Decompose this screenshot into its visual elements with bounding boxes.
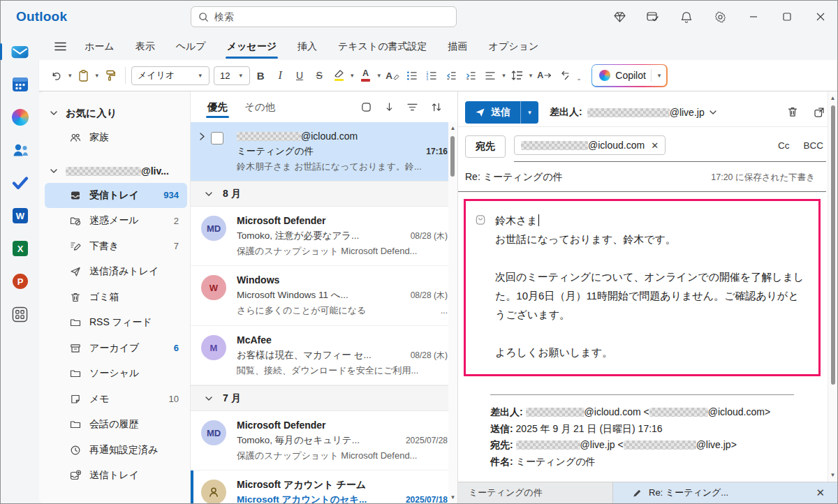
tab-view[interactable]: 表示 <box>125 34 166 59</box>
undo-button[interactable] <box>47 65 66 86</box>
rail-people-icon[interactable] <box>10 141 31 159</box>
clear-formatting-button[interactable]: A <box>383 65 402 86</box>
scroll-up-icon[interactable]: ▲ <box>448 125 457 131</box>
font-name-select[interactable]: メイリオ▾ <box>131 66 210 85</box>
scroll-down-icon[interactable]: ▼ <box>448 494 457 501</box>
scrollbar-thumb[interactable] <box>450 136 455 177</box>
highlight-button[interactable] <box>330 65 348 86</box>
remove-recipient-icon[interactable]: ✕ <box>651 140 659 151</box>
decrease-indent-button[interactable] <box>442 65 460 86</box>
favorites-header[interactable]: お気に入り <box>45 101 187 125</box>
send-dropdown-icon[interactable]: ▾ <box>520 101 538 124</box>
more-toolbar-options-icon[interactable]: ⌄ <box>575 75 583 82</box>
bullet-list-button[interactable] <box>403 65 421 86</box>
draft-tab-original[interactable]: ミーティングの件 <box>458 482 613 503</box>
increase-indent-button[interactable] <box>462 65 480 86</box>
sidebar-item-inbox[interactable]: 受信トレイ 934 <box>45 183 187 209</box>
sidebar-item-social[interactable]: ソーシャル <box>45 361 187 387</box>
paste-button[interactable] <box>75 65 93 86</box>
rail-powerpoint-icon[interactable]: P <box>10 272 31 290</box>
close-draft-tab-icon[interactable]: ✕ <box>816 487 825 499</box>
sidebar-item-drafts[interactable]: 下書き 7 <box>45 234 187 260</box>
strikethrough-button[interactable]: S <box>310 65 328 86</box>
tab-insert[interactable]: 挿入 <box>287 34 328 59</box>
hamburger-menu-icon[interactable] <box>46 36 74 57</box>
copilot-dropdown-icon[interactable]: ▾ <box>656 72 663 79</box>
maximize-button[interactable] <box>770 3 804 31</box>
left-to-right-button[interactable] <box>555 65 573 86</box>
sidebar-item-trash[interactable]: ゴミ箱 <box>45 285 187 311</box>
sidebar-item-rss[interactable]: RSS フィード <box>45 310 187 336</box>
expand-chevron-icon[interactable] <box>200 131 205 174</box>
minimize-button[interactable] <box>737 3 770 31</box>
rail-mail-icon[interactable] <box>10 43 31 61</box>
bold-button[interactable]: B <box>251 65 270 86</box>
cc-button[interactable]: Cc <box>778 140 790 151</box>
notifications-icon[interactable] <box>670 3 703 31</box>
settings-icon[interactable] <box>703 3 737 31</box>
move-down-icon[interactable] <box>385 102 394 112</box>
sidebar-item-sent[interactable]: 送信済みトレイ <box>45 259 187 285</box>
premium-icon[interactable] <box>603 3 636 31</box>
account-header[interactable]: @liv... <box>45 159 187 183</box>
mail-item[interactable]: M McAfee お客様は現在、マカフィー セ...08/28 (木) 閲覧、接… <box>191 326 457 385</box>
message-body-editor[interactable]: 鈴木さま お世話になっております、鈴木です。 次回のミーティングについて、オンラ… <box>464 199 821 376</box>
italic-button[interactable]: I <box>271 65 289 86</box>
numbered-list-button[interactable]: 123 <box>422 65 441 86</box>
paste-dropdown-icon[interactable]: ▾ <box>94 72 101 79</box>
scroll-down-icon[interactable]: ▼ <box>828 472 837 478</box>
scrollbar-thumb[interactable] <box>831 105 835 385</box>
tab-focused[interactable]: 優先 <box>206 94 229 121</box>
scroll-up-icon[interactable]: ▲ <box>828 95 837 101</box>
filter-icon[interactable] <box>407 103 418 112</box>
recipient-pill[interactable]: @icloud.com ✕ <box>514 135 666 155</box>
sort-icon[interactable] <box>431 102 442 112</box>
tab-home[interactable]: ホーム <box>74 34 125 59</box>
to-button[interactable]: 宛先 <box>465 135 506 158</box>
highlight-dropdown-icon[interactable]: ▾ <box>349 72 355 79</box>
sidebar-item-family[interactable]: 家族 <box>45 125 187 151</box>
rail-word-icon[interactable]: W <box>10 207 31 225</box>
rail-todo-icon[interactable] <box>10 174 31 192</box>
line-spacing-dropdown-icon[interactable]: ▾ <box>528 72 534 79</box>
send-button[interactable]: 送信 ▾ <box>465 101 538 124</box>
copilot-button[interactable]: Copilot ▾ <box>591 64 668 87</box>
tab-draw[interactable]: 描画 <box>438 34 478 59</box>
line-spacing-button[interactable] <box>508 65 527 86</box>
alignment-button[interactable] <box>481 65 499 86</box>
subject-field[interactable]: Re: ミーティングの件 <box>465 171 563 184</box>
format-painter-button[interactable] <box>101 65 119 86</box>
draft-tab-reply[interactable]: Re: ミーティング... ✕ <box>613 482 837 503</box>
text-direction-button[interactable]: A <box>535 65 554 86</box>
underline-button[interactable]: U <box>291 65 309 86</box>
tab-other[interactable]: その他 <box>243 94 277 121</box>
group-header-july[interactable]: 7 月 <box>191 385 457 411</box>
font-color-button[interactable]: A <box>357 65 375 86</box>
alignment-dropdown-icon[interactable]: ▾ <box>501 72 507 79</box>
tab-format-text[interactable]: テキストの書式設定 <box>328 34 438 59</box>
tab-help[interactable]: ヘルプ <box>166 34 216 59</box>
tab-options[interactable]: オプション <box>478 34 550 59</box>
sidebar-item-outbox[interactable]: 送信トレイ <box>45 463 187 489</box>
mail-item-selected[interactable]: @icloud.com ミーティングの件17:16 鈴木朋子さま お世話になって… <box>191 122 457 181</box>
sidebar-item-conversation-history[interactable]: 会話の履歴 <box>45 412 187 438</box>
mail-item-unread[interactable]: Microsoft アカウント チーム Microsoft アカウントのセキ..… <box>191 470 457 503</box>
open-in-new-window-icon[interactable] <box>814 107 825 118</box>
compose-scrollbar[interactable]: ▲ ▼ <box>828 91 837 482</box>
mail-item[interactable]: W Windows Microsoft Windows 11 へ...08/28… <box>191 266 457 326</box>
bcc-button[interactable]: BCC <box>803 140 823 151</box>
copilot-inline-icon[interactable] <box>475 214 486 225</box>
sidebar-item-snoozed[interactable]: 再通知設定済み <box>45 438 187 464</box>
sidebar-item-archive[interactable]: アーカイブ 6 <box>45 336 187 362</box>
font-color-dropdown-icon[interactable]: ▾ <box>376 72 383 79</box>
mail-checkbox[interactable] <box>211 132 223 144</box>
tab-message[interactable]: メッセージ <box>216 34 287 59</box>
sidebar-item-junk[interactable]: 迷惑メール 2 <box>45 208 187 234</box>
rail-excel-icon[interactable]: X <box>10 239 31 258</box>
chevron-down-icon[interactable] <box>710 110 716 114</box>
font-size-select[interactable]: 12▾ <box>214 66 250 85</box>
search-box[interactable] <box>191 6 457 27</box>
sidebar-item-notes[interactable]: メモ 10 <box>45 387 187 413</box>
mail-item[interactable]: MD Microsoft Defender Tomoko, 注意が必要なアラ..… <box>191 207 457 266</box>
close-button[interactable] <box>804 3 837 31</box>
